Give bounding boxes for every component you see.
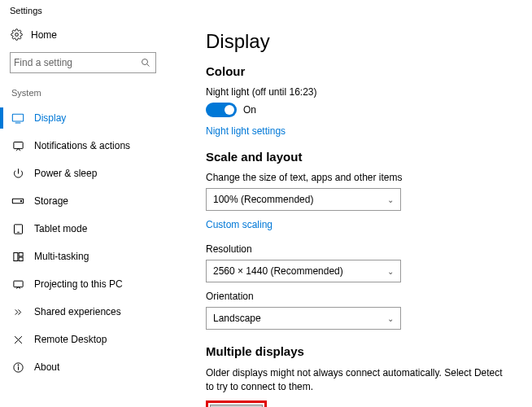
night-light-toggle[interactable] (206, 103, 237, 117)
storage-icon (11, 197, 24, 205)
svg-point-1 (142, 59, 148, 65)
multitasking-icon (11, 251, 24, 263)
sidebar-item-notifications[interactable]: Notifications & actions (10, 132, 167, 160)
chevron-down-icon: ⌄ (387, 195, 394, 204)
svg-line-2 (147, 64, 150, 67)
svg-rect-5 (13, 142, 22, 148)
detect-button[interactable]: Detect (210, 405, 263, 407)
nav-label: About (34, 361, 59, 373)
svg-rect-11 (13, 252, 17, 260)
nav-label: Shared experiences (34, 306, 121, 317)
nav-label: Power & sleep (34, 168, 97, 179)
toggle-state: On (243, 104, 256, 116)
shared-icon (11, 306, 24, 318)
chevron-down-icon: ⌄ (387, 314, 394, 323)
svg-rect-3 (12, 114, 23, 121)
power-icon (11, 168, 24, 180)
svg-rect-14 (13, 281, 22, 287)
search-input[interactable] (10, 52, 156, 73)
resolution-label: Resolution (206, 243, 508, 255)
sidebar-item-remote[interactable]: Remote Desktop (10, 326, 167, 353)
chevron-down-icon: ⌄ (387, 267, 394, 276)
nav-label: Notifications & actions (34, 140, 130, 151)
svg-point-0 (15, 33, 18, 37)
multiple-heading: Multiple displays (206, 344, 508, 358)
sidebar-item-display[interactable]: Display (10, 104, 167, 132)
orientation-dropdown[interactable]: Landscape ⌄ (206, 307, 401, 330)
colour-heading: Colour (206, 64, 508, 78)
display-icon (11, 112, 24, 124)
orientation-label: Orientation (206, 291, 508, 302)
dropdown-value: 2560 × 1440 (Recommended) (213, 265, 343, 277)
sidebar-item-about[interactable]: About (10, 353, 167, 381)
main-content: Display Colour Night light (off until 16… (167, 19, 508, 407)
sidebar-item-tablet[interactable]: Tablet mode (10, 215, 167, 243)
sidebar-item-storage[interactable]: Storage (10, 187, 167, 215)
remote-icon (11, 334, 24, 346)
home-button[interactable]: Home (10, 28, 167, 41)
section-label: System (10, 88, 167, 98)
resolution-dropdown[interactable]: 2560 × 1440 (Recommended) ⌄ (206, 260, 401, 282)
window-title: Settings (0, 0, 532, 19)
about-icon (11, 361, 24, 374)
multiple-description: Older displays might not always connect … (206, 366, 508, 394)
nav-label: Display (34, 112, 66, 124)
sidebar-item-power[interactable]: Power & sleep (10, 160, 167, 187)
sidebar-item-projecting[interactable]: Projecting to this PC (10, 270, 167, 298)
sidebar-item-shared[interactable]: Shared experiences (10, 298, 167, 326)
custom-scaling-link[interactable]: Custom scaling (206, 219, 273, 230)
sidebar-item-multitasking[interactable]: Multi-tasking (10, 243, 167, 270)
sidebar: Home System Display Notifications & acti… (0, 19, 167, 407)
svg-point-19 (18, 364, 19, 365)
nav-label: Tablet mode (34, 223, 87, 234)
dropdown-value: 100% (Recommended) (213, 194, 313, 205)
nav-label: Projecting to this PC (34, 278, 123, 290)
text-size-dropdown[interactable]: 100% (Recommended) ⌄ (206, 188, 401, 211)
night-light-settings-link[interactable]: Night light settings (206, 125, 286, 137)
nav-label: Storage (34, 195, 68, 207)
svg-point-8 (20, 200, 21, 201)
home-label: Home (31, 29, 57, 41)
tablet-icon (11, 223, 24, 235)
nav-label: Remote Desktop (34, 334, 107, 345)
projecting-icon (11, 278, 24, 291)
nav-label: Multi-tasking (34, 251, 89, 262)
scale-heading: Scale and layout (206, 150, 508, 164)
gear-icon (10, 28, 23, 41)
search-icon (141, 58, 150, 68)
detect-highlight: Detect (206, 400, 267, 407)
dropdown-value: Landscape (213, 313, 261, 324)
svg-rect-12 (19, 252, 23, 256)
svg-rect-13 (19, 257, 23, 260)
page-title: Display (206, 30, 508, 53)
text-size-label: Change the size of text, apps and other … (206, 172, 508, 183)
notifications-icon (11, 140, 24, 152)
night-light-label: Night light (off until 16:23) (206, 86, 508, 98)
